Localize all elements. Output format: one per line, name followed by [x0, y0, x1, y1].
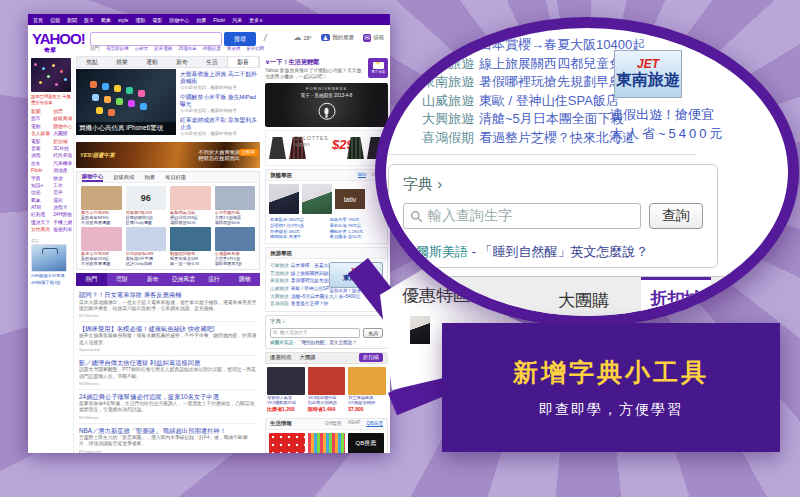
mailbox-link[interactable]: ✉信箱 [363, 34, 384, 42]
product-card[interactable]: 小方巾兩件組 大牌2.5折特賣 滿額再折50元 [213, 185, 258, 226]
trending-keyword[interactable]: 26週年慶 [178, 46, 197, 51]
deal-image[interactable] [348, 367, 386, 395]
flagship-link[interactable]: 晚間限定 免運中 [270, 234, 324, 240]
trending-keyword[interactable]: 星座運勢 [154, 46, 172, 51]
dictionary-input[interactable]: 輸入查詢生字 [403, 203, 641, 229]
product-card[interactable]: 印花娃娃鞋399 美鞋第2件半價 好評Outly加碼 [124, 226, 169, 267]
trending-keyword[interactable]: 小確幸 [135, 46, 149, 51]
dictionary-title[interactable]: 字典 › [270, 318, 383, 326]
sidebar-link[interactable]: 折扣城 [53, 139, 72, 145]
travel-link[interactable]: 喜鴻假期看過整片芝櫻？快來北海道 [270, 300, 329, 308]
feature-promo-title[interactable]: ∨一下！生活更輕鬆 [265, 58, 365, 67]
headline-title[interactable]: 中國解禁小米平板 搶先MiPad曝光 [180, 94, 260, 108]
sidebar-promo-caption[interactable]: 誰是亞洲新歌王 千萬獎金等你拿 [31, 94, 71, 105]
weather-widget[interactable]: ☁28° [293, 33, 311, 42]
deal-tab[interactable]: 大團購 [300, 354, 316, 361]
top-nav-item[interactable]: 汽車 [232, 17, 242, 23]
top-nav-item[interactable]: Flickr [213, 17, 225, 23]
sidebar-link[interactable]: 購物中心 [53, 124, 72, 130]
top-nav-item[interactable]: 更多∨ [249, 17, 263, 23]
life-thumb-minnie[interactable] [269, 433, 305, 453]
travel-link[interactable]: 東南旅遊暑假哪裡玩搶先規劃早鳥價 [270, 277, 329, 285]
top-nav-item[interactable]: 股市 [84, 17, 94, 23]
sidebar-link[interactable]: 手機上網 [53, 220, 72, 226]
deal-card[interactable]: VK3限定兩件組 指定商品加碼折 限時省1,499 [308, 367, 346, 412]
news-tab[interactable]: 亞洲風雲 [168, 273, 199, 286]
news-tab[interactable]: 熱門 [76, 273, 107, 286]
deal-image[interactable] [267, 367, 305, 395]
headline-title[interactable]: 紅軍老帥成效不彰 靠加盟利多止血 [180, 117, 260, 131]
sidebar-link[interactable]: 房地產 [53, 168, 72, 174]
product-image[interactable]: 96 [126, 186, 167, 210]
sidebar-link[interactable]: 大團購 [53, 131, 72, 137]
flagship-model-image[interactable] [269, 184, 299, 214]
deal-image[interactable] [308, 367, 346, 395]
jet-ad-line[interactable]: 大人省~5400元 [610, 125, 788, 143]
sidebar-link[interactable]: 旅遊 [53, 176, 72, 182]
sidebar-link[interactable]: 時尚美妝 [53, 153, 72, 159]
feature-promo[interactable]: ∨一下！生活更輕鬆 Yahoo 新版首頁推出了什麼貼心功能？天天放送使用小撇步，… [265, 58, 388, 80]
trending-keyword[interactable]: 穿搭特輯 [246, 46, 264, 51]
sidebar-link[interactable]: 紅利通 [31, 212, 50, 218]
deal-tab-active[interactable]: 折扣城 [641, 277, 711, 316]
product-card[interactable]: 復古小方包396 新款春夏899元 不敗款免運優惠 [79, 185, 124, 226]
news-title[interactable]: 影／總理自傳太信任遭疑 利益糾葛這樣回應 [79, 359, 257, 367]
content-tab[interactable]: 新奇 [167, 57, 197, 67]
life-tab[interactable]: QB嚴選 [366, 420, 383, 427]
dictionary-title[interactable]: 字典 › [403, 175, 442, 194]
jet-ad-magnified[interactable]: JET 東南旅遊 [614, 50, 682, 98]
headline-item[interactable]: 中國解禁小米平板 搶先MiPad曝光 今日必看焦點 - 獨家即時報導 [180, 94, 260, 113]
culottes-ad[interactable]: CULOTTES 任選兩件 $299 [265, 130, 388, 166]
sidebar-link[interactable]: 股市 [31, 116, 50, 122]
sidebar-link[interactable]: 超級商城 [53, 116, 72, 122]
flagship-link[interactable]: 會員獨享 折50元 [330, 234, 384, 240]
sidebar-link[interactable]: 運彩 [53, 198, 72, 204]
product-image[interactable] [126, 227, 167, 251]
deal-tab[interactable]: 優惠特區 [270, 354, 292, 361]
sidebar-link[interactable]: 慢遊天下 [31, 220, 50, 226]
favorites-link[interactable]: ♟我的最愛 [321, 34, 354, 41]
sidebar-link[interactable]: 音樂 [31, 146, 50, 152]
content-tab[interactable]: 娛樂 [107, 57, 137, 67]
sidebar-link[interactable]: 信箱 [31, 190, 50, 196]
product-card[interactable]: 氣墊增高涼鞋 繽紛印花299起 滿額再折50元 [168, 185, 213, 226]
sidebar-link[interactable]: 新聞 [31, 109, 50, 115]
sidebar-link[interactable]: 交友 [31, 161, 50, 167]
news-item[interactable]: 【媽咪愛用】名模必備！健康氣色秘訣 快收藏吧! 絕美女裝靠剪裁修身顯瘦！擁有水嫩… [78, 322, 258, 356]
product-image[interactable] [81, 227, 122, 251]
yahoo-logo[interactable]: YAHOO! [32, 30, 85, 47]
shop-tab[interactable]: 每日好康 [165, 174, 186, 181]
sidebar-link[interactable]: 字典 [31, 176, 50, 182]
product-image[interactable] [215, 186, 256, 210]
life-tab[interactable]: ASAP [348, 420, 361, 427]
news-item[interactable]: 影／總理自傳太信任遭疑 利益糾葛這樣回應 話題太早開賽翻盤，PTT鄉民狂推引用名… [78, 356, 258, 390]
product-card[interactable]: 96 韓風棉T恤259 紓壓好眠枕5折 舒爽Outly優惠 [124, 185, 169, 226]
sidebar-link[interactable]: Flickr [31, 168, 50, 174]
content-tab[interactable]: 生活 [197, 57, 227, 67]
product-image[interactable] [170, 227, 211, 251]
product-image[interactable] [170, 186, 211, 210]
sidebar-link[interactable]: 氣象 [31, 198, 50, 204]
top-nav-item[interactable]: 信箱 [50, 17, 60, 23]
trending-keyword[interactable]: 桃園好康 [203, 46, 221, 51]
sidebar-link[interactable]: 星座 [53, 190, 72, 196]
top-nav-item[interactable]: 氣象 [101, 17, 111, 23]
product-image[interactable] [215, 227, 256, 251]
top-nav-item[interactable]: 拍賣 [196, 17, 206, 23]
suitcase-ad-image[interactable] [31, 244, 67, 272]
sidebar-link[interactable]: 工作 [53, 183, 72, 189]
content-tab[interactable]: 運動 [137, 57, 167, 67]
life-thumb-socks[interactable] [308, 433, 344, 453]
sidebar-link[interactable]: 運動 [31, 124, 50, 130]
food-ad-banner[interactable]: YES!甜蜜午茶 不同於大搶買食譜輕鬆自在脫穎而出 立即學 [76, 142, 260, 168]
deal-card[interactable]: 韓意搶購盛典 5/3無敵加碼節 $7,800 [348, 367, 386, 412]
news-title[interactable]: 【媽咪愛用】名模必備！健康氣色秘訣 快收藏吧! [79, 325, 257, 333]
news-tab[interactable]: 理財 [107, 273, 138, 286]
headline-item[interactable]: 紅軍老帥成效不彰 靠加盟利多止血 今日必看焦點 - 獨家即時報導 [180, 117, 260, 136]
deal-tab[interactable]: 大團購 [558, 289, 609, 312]
life-thumb-qb[interactable]: QB推薦 [348, 433, 384, 453]
sidebar-link[interactable]: 24H購物 [53, 212, 72, 218]
sidebar-link[interactable]: 電影 [31, 139, 50, 145]
banner-badge[interactable]: 立即學 [239, 149, 259, 156]
top-nav-item[interactable]: 首頁 [33, 17, 43, 23]
